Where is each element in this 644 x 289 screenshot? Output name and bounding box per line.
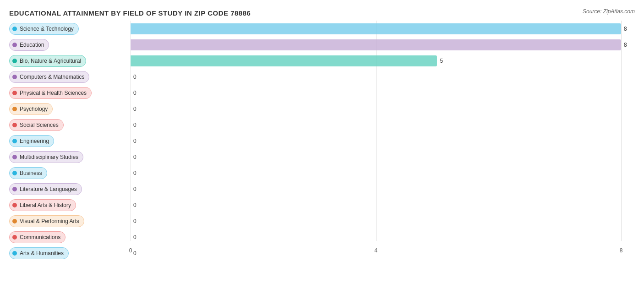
bar-value-label: 0 xyxy=(133,106,136,112)
bar-row: Education8 xyxy=(9,37,635,53)
bar-label: Computers & Mathematics xyxy=(9,71,129,83)
bar-label: Psychology xyxy=(9,103,129,115)
bar-label: Multidisciplinary Studies xyxy=(9,151,129,164)
bar-value-label: 0 xyxy=(133,202,136,208)
bar-label: Physical & Health Sciences xyxy=(9,87,129,99)
label-text: Liberal Arts & History xyxy=(20,202,71,208)
bar-label: Science & Technology xyxy=(9,22,129,35)
bar-value-label: 8 xyxy=(624,26,627,32)
label-text: Social Sciences xyxy=(20,122,59,128)
label-text: Multidisciplinary Studies xyxy=(20,154,78,160)
bar-fill xyxy=(131,55,437,66)
chart-title: EDUCATIONAL ATTAINMENT BY FIELD OF STUDY… xyxy=(9,9,635,17)
label-text: Visual & Performing Arts xyxy=(20,218,79,224)
label-text: Psychology xyxy=(20,106,48,112)
bar-track: 8 xyxy=(131,39,621,50)
bar-value-label: 0 xyxy=(133,218,136,224)
bar-label: Arts & Humanities xyxy=(9,247,129,260)
bar-label: Liberal Arts & History xyxy=(9,199,129,212)
bar-track: 0 xyxy=(131,200,621,211)
label-dot xyxy=(12,235,17,240)
bar-row: Communications0 xyxy=(9,229,635,245)
bar-row: Psychology0 xyxy=(9,101,635,117)
bar-track: 0 xyxy=(131,136,621,147)
bar-value-label: 0 xyxy=(133,138,136,144)
bar-value-label: 0 xyxy=(133,122,136,128)
label-dot xyxy=(12,203,17,207)
bar-label: Social Sciences xyxy=(9,119,129,131)
bar-value-label: 0 xyxy=(133,170,136,176)
bar-track: 8 xyxy=(131,23,621,34)
label-text: Arts & Humanities xyxy=(20,250,64,256)
bar-label: Education xyxy=(9,38,129,51)
bar-track: 0 xyxy=(131,232,621,243)
label-dot xyxy=(12,171,17,175)
bar-track: 0 xyxy=(131,87,621,98)
bar-label: Literature & Languages xyxy=(9,183,129,196)
bar-track: 0 xyxy=(131,184,621,195)
bar-fill xyxy=(131,39,621,50)
label-text: Communications xyxy=(20,234,60,240)
bar-value-label: 0 xyxy=(133,90,136,96)
bar-value-label: 8 xyxy=(624,42,627,48)
bar-label: Bio, Nature & Agricultural xyxy=(9,55,129,67)
source-label: Source: ZipAtlas.com xyxy=(583,8,635,15)
label-dot xyxy=(12,91,17,95)
label-dot xyxy=(12,139,17,143)
label-dot xyxy=(12,155,17,159)
bar-label: Engineering xyxy=(9,135,129,147)
label-text: Bio, Nature & Agricultural xyxy=(20,58,81,64)
label-text: Business xyxy=(20,170,42,176)
bar-value-label: 0 xyxy=(133,234,136,240)
bar-label: Business xyxy=(9,167,129,180)
bar-track: 0 xyxy=(131,120,621,131)
label-text: Computers & Mathematics xyxy=(20,74,84,80)
label-dot xyxy=(12,219,17,224)
bar-row: Engineering0 xyxy=(9,133,635,149)
bar-track: 0 xyxy=(131,168,621,179)
bar-value-label: 0 xyxy=(133,154,136,160)
label-dot xyxy=(12,187,17,191)
label-text: Education xyxy=(20,42,44,48)
label-text: Literature & Languages xyxy=(20,186,77,192)
x-axis-label: 4 xyxy=(374,247,377,254)
bar-row: Multidisciplinary Studies0 xyxy=(9,149,635,165)
chart-area: Science & Technology8Education8Bio, Natu… xyxy=(9,21,635,255)
label-text: Physical & Health Sciences xyxy=(20,90,87,96)
bar-row: Literature & Languages0 xyxy=(9,181,635,197)
x-axis-label: 8 xyxy=(620,247,623,254)
bar-track: 0 xyxy=(131,152,621,163)
bar-row: Business0 xyxy=(9,165,635,181)
label-dot xyxy=(12,43,17,47)
label-dot xyxy=(12,27,17,31)
label-dot xyxy=(12,75,17,79)
bar-row: Computers & Mathematics0 xyxy=(9,69,635,85)
bar-track: 5 xyxy=(131,55,621,66)
bar-track: 0 xyxy=(131,71,621,82)
label-dot xyxy=(12,251,17,256)
bar-track: 0 xyxy=(131,216,621,227)
bar-label: Visual & Performing Arts xyxy=(9,215,129,228)
bar-label: Communications xyxy=(9,231,129,244)
bar-value-label: 0 xyxy=(133,74,136,80)
bars-wrapper: Science & Technology8Education8Bio, Natu… xyxy=(9,21,635,241)
bar-row: Liberal Arts & History0 xyxy=(9,197,635,213)
chart-container: EDUCATIONAL ATTAINMENT BY FIELD OF STUDY… xyxy=(0,0,644,289)
bar-value-label: 5 xyxy=(440,58,443,64)
bar-fill xyxy=(131,23,621,34)
label-text: Engineering xyxy=(20,138,49,144)
bar-row: Physical & Health Sciences0 xyxy=(9,85,635,101)
bar-row: Bio, Nature & Agricultural5 xyxy=(9,53,635,69)
label-dot xyxy=(12,107,17,111)
bar-row: Social Sciences0 xyxy=(9,117,635,133)
bar-row: Visual & Performing Arts0 xyxy=(9,213,635,229)
label-dot xyxy=(12,59,17,63)
bar-value-label: 0 xyxy=(133,186,136,192)
bar-row: Science & Technology8 xyxy=(9,21,635,37)
label-text: Science & Technology xyxy=(20,26,74,32)
x-axis-label: 0 xyxy=(129,247,132,254)
label-dot xyxy=(12,123,17,127)
bar-track: 0 xyxy=(131,104,621,115)
